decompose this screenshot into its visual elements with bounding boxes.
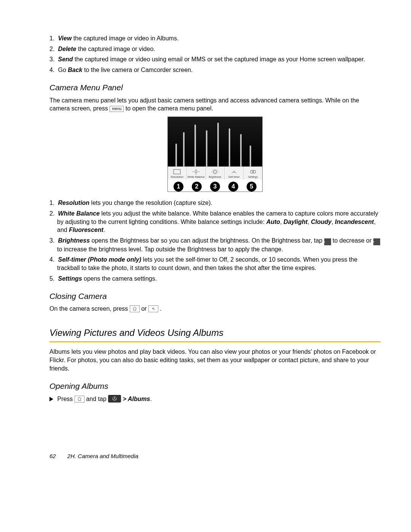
heading-camera-menu-panel: Camera Menu Panel	[49, 82, 381, 93]
callout-4: 4	[228, 182, 238, 192]
list-item: 5. Settings opens the camera settings.	[57, 275, 381, 283]
camera-preview-image	[168, 117, 262, 166]
minus-button-icon: –	[324, 238, 331, 245]
toolbar-resolution: Resolution	[168, 167, 187, 179]
svg-line-11	[213, 170, 213, 171]
svg-rect-0	[174, 169, 180, 174]
list-item: 1. View the captured image or video in A…	[57, 34, 381, 43]
lead-word: View	[58, 35, 72, 42]
toolbar-settings: Settings	[244, 167, 262, 179]
list-item: 2. White Balance lets you adjust the whi…	[57, 209, 381, 234]
apps-button-icon	[108, 395, 121, 403]
heading-viewing-albums: Viewing Pictures and Videos Using Albums	[49, 327, 381, 340]
svg-line-13	[217, 170, 217, 171]
brightness-icon	[206, 168, 225, 175]
heading-opening-albums: Opening Albums	[49, 381, 381, 391]
list-item: 3. Send the captured image or video usin…	[57, 55, 381, 64]
resolution-icon	[168, 168, 186, 175]
toolbar-self-timer: Self-timer	[225, 167, 244, 179]
section-divider	[49, 341, 381, 342]
camera-menu-toolbar: Resolution White Balance Brightness Self…	[168, 166, 262, 179]
callout-numbers: 1 2 3 4 5	[168, 179, 262, 192]
page: 1. View the captured image or video in A…	[0, 0, 411, 475]
svg-point-1	[195, 171, 197, 173]
list-item: 1. Resolution lets you change the resolu…	[57, 199, 381, 207]
lead-word: Back	[68, 67, 82, 73]
lead-word: Send	[58, 56, 73, 62]
svg-line-12	[217, 173, 217, 174]
back-key-icon	[148, 305, 158, 312]
svg-point-6	[213, 170, 217, 173]
chapter-title: 2H. Camera and Multimedia	[67, 453, 139, 459]
step-bullet-icon	[49, 397, 53, 401]
camera-menu-options-list: 1. Resolution lets you change the resolu…	[49, 199, 381, 283]
toolbar-brightness: Brightness	[206, 167, 225, 179]
heading-closing-camera: Closing Camera	[49, 291, 381, 302]
post-capture-options-list: 1. View the captured image or video in A…	[49, 34, 381, 74]
camera-menu-intro: The camera menu panel lets you adjust ba…	[49, 96, 381, 113]
plus-button-icon: +	[373, 238, 380, 245]
home-key-icon	[130, 305, 140, 312]
list-item: 4. Self-timer (Photo mode only) lets you…	[57, 256, 381, 272]
auto-icon	[187, 168, 206, 175]
viewing-intro: Albums lets you view photos and play bac…	[49, 348, 381, 372]
closing-camera-text: On the camera screen, press or .	[49, 305, 381, 313]
home-key-icon	[75, 396, 84, 403]
svg-line-14	[213, 173, 213, 174]
list-item: 4. Go Back to the live camera or Camcord…	[57, 66, 381, 74]
timer-icon	[225, 168, 243, 175]
lead-word: Delete	[58, 46, 76, 52]
page-footer: 62 2H. Camera and Multimedia	[49, 452, 381, 460]
list-item: 3. Brightness opens the Brightness bar s…	[57, 236, 381, 254]
callout-3: 3	[210, 182, 220, 192]
list-item: 2. Delete the captured image or video.	[57, 45, 381, 53]
svg-point-17	[253, 170, 256, 173]
menu-key-icon: menu	[110, 106, 124, 112]
callout-2: 2	[192, 182, 202, 192]
callout-5: 5	[247, 182, 256, 192]
page-number: 62	[49, 453, 56, 459]
callout-1: 1	[174, 182, 183, 192]
toolbar-white-balance: White Balance	[187, 167, 206, 179]
camera-menu-figure: Resolution White Balance Brightness Self…	[167, 117, 263, 192]
settings-icon	[244, 168, 262, 175]
opening-albums-step: Press and tap > Albums.	[49, 395, 381, 403]
